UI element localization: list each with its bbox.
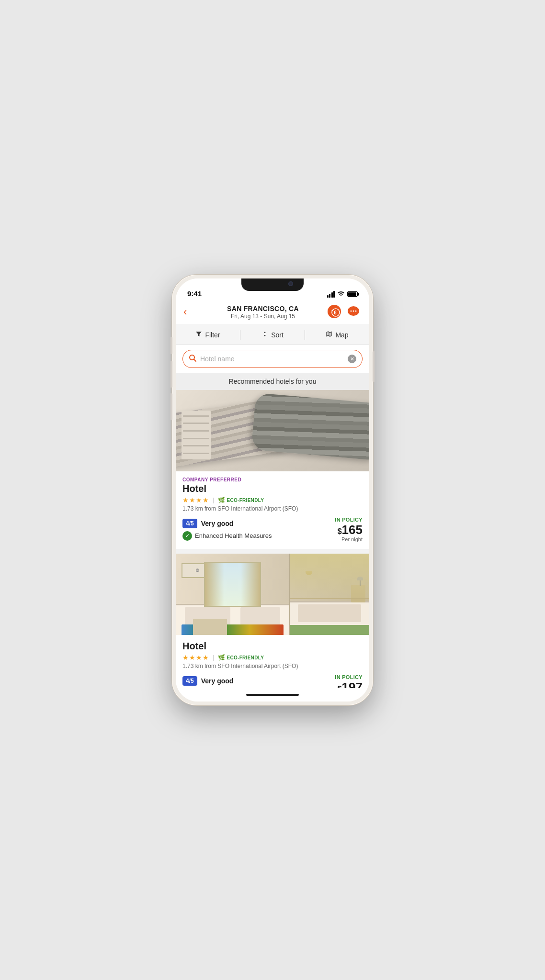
filter-icon [195,331,202,339]
hotel-card-2[interactable]: 🖼 [176,554,369,688]
rating-row: 4/5 Very good [182,519,272,528]
star-3: ★ [196,496,202,504]
currency-button[interactable]: $ € [327,304,342,320]
wifi-icon [337,290,345,298]
hotel-price-2: $197 [335,680,363,688]
search-clear-button[interactable]: ✕ [348,355,356,363]
map-label: Map [335,331,348,339]
star-1: ★ [182,496,189,504]
hotel-meta: ★ ★ ★ ★ | 🌿 ECO-FRIENDLY [182,496,363,504]
volume-up-button [170,361,172,388]
search-placeholder: Hotel name [200,355,344,363]
eco-label: ECO-FRIENDLY [227,498,264,503]
filter-button[interactable]: Filter [176,325,240,345]
toolbar: Filter Sort Map [176,325,369,345]
star2-2: ★ [189,654,195,661]
star2-4: ★ [203,654,209,661]
hotel-footer: 4/5 Very good ✓ Enhanced Health Measures… [182,517,363,542]
star-2: ★ [189,496,195,504]
svg-line-11 [194,359,196,361]
hotel-price: $165 [335,523,363,537]
svg-point-6 [353,311,354,312]
price-currency: $ [338,527,342,535]
health-check-icon: ✓ [182,531,192,541]
room-window [204,562,261,607]
chat-button[interactable] [346,304,362,320]
search-bar: Hotel name ✕ [176,345,369,373]
search-input-wrap[interactable]: Hotel name ✕ [182,350,363,368]
health-text: Enhanced Health Measures [195,532,272,539]
volume-down-button [170,393,172,420]
status-time: 9:41 [187,290,202,298]
map-button[interactable]: Map [305,325,369,345]
hotel-image [176,390,369,471]
svg-point-7 [355,311,357,312]
rating-text-2: Very good [201,677,234,685]
eco-badge: 🌿 ECO-FRIENDLY [218,497,264,503]
eco-label-2: ECO-FRIENDLY [227,655,264,660]
search-icon [189,354,196,364]
signal-icon [327,291,335,298]
eco-leaf-icon-2: 🌿 [218,654,225,661]
power-button [373,351,375,382]
header-dates: Fri, Aug 13 - Sun, Aug 15 [199,313,327,320]
curtain-right [205,563,224,606]
app-header: ‹ SAN FRANCISCO, CA Fri, Aug 13 - Sun, A… [176,301,369,325]
curtain-left [241,563,260,606]
company-preferred-badge: COMPANY PREFERRED [182,477,363,482]
back-button[interactable]: ‹ [183,306,199,318]
meta-divider-2: | [213,654,214,661]
hotel-name: Hotel [182,483,363,494]
header-center: SAN FRANCISCO, CA Fri, Aug 13 - Sun, Aug… [199,305,327,320]
rating-row-2: 4/5 Very good [182,676,272,686]
rating-badge-2: 4/5 [182,676,197,686]
sort-button[interactable]: Sort [240,325,305,345]
hotel-info: COMPANY PREFERRED Hotel ★ ★ ★ ★ | 🌿 ECO-… [176,471,369,549]
hotel-footer-left: 4/5 Very good ✓ Enhanced Health Measures [182,519,272,541]
hotel-distance: 1.73 km from SFO International Airport (… [182,505,363,512]
star-rating-2: ★ ★ ★ ★ [182,654,209,661]
hotel-image-2: 🖼 [176,554,369,635]
home-bar [246,694,299,696]
header-actions: $ € [327,304,362,320]
filter-label: Filter [205,331,220,339]
room-right [289,554,369,635]
hotel-price-block-2: IN POLICY $197 Per night [335,674,363,688]
health-row: ✓ Enhanced Health Measures [182,531,272,541]
room-left: 🖼 [176,554,289,635]
hotel-info-2: Hotel ★ ★ ★ ★ | 🌿 ECO-FRIENDLY [176,635,369,688]
svg-point-5 [351,311,352,312]
battery-icon [347,291,358,297]
hotel-footer-2: 4/5 Very good ✓ Enhanced Health Measures… [182,674,363,688]
in-policy-label: IN POLICY [335,517,363,523]
hotel-price-block: IN POLICY $165 Per night [335,517,363,542]
in-policy-label-2: IN POLICY [335,674,363,680]
sort-icon [261,331,268,339]
recommended-text: Recommended hotels for you [229,378,317,385]
hotel-card[interactable]: COMPANY PREFERRED Hotel ★ ★ ★ ★ | 🌿 ECO-… [176,390,369,549]
phone-screen: 9:41 ‹ SAN FRANCISCO, CA [176,278,369,702]
recommended-banner: Recommended hotels for you [176,373,369,390]
rating-badge: 4/5 [182,519,197,528]
silent-button [170,337,172,354]
camera [288,281,293,286]
meta-divider: | [213,497,214,503]
hotel-distance-2: 1.73 km from SFO International Airport (… [182,663,363,669]
star2-3: ★ [196,654,202,661]
star-4: ★ [203,496,209,504]
hotels-list[interactable]: COMPANY PREFERRED Hotel ★ ★ ★ ★ | 🌿 ECO-… [176,390,369,688]
svg-text:€: € [334,310,337,315]
hotel-image-room: 🖼 [176,554,369,635]
notch [241,278,304,291]
hotel-name-2: Hotel [182,641,363,652]
eco-badge-2: 🌿 ECO-FRIENDLY [218,654,264,661]
map-icon [326,331,332,339]
phone-frame: 9:41 ‹ SAN FRANCISCO, CA [172,275,373,705]
price-currency-2: $ [338,685,342,688]
hotel-meta-2: ★ ★ ★ ★ | 🌿 ECO-FRIENDLY [182,654,363,661]
header-location: SAN FRANCISCO, CA [199,305,327,312]
hotel-footer-left-2: 4/5 Very good ✓ Enhanced Health Measures [182,676,272,689]
star-rating: ★ ★ ★ ★ [182,496,209,504]
rating-text: Very good [201,520,234,527]
home-indicator [176,688,369,702]
